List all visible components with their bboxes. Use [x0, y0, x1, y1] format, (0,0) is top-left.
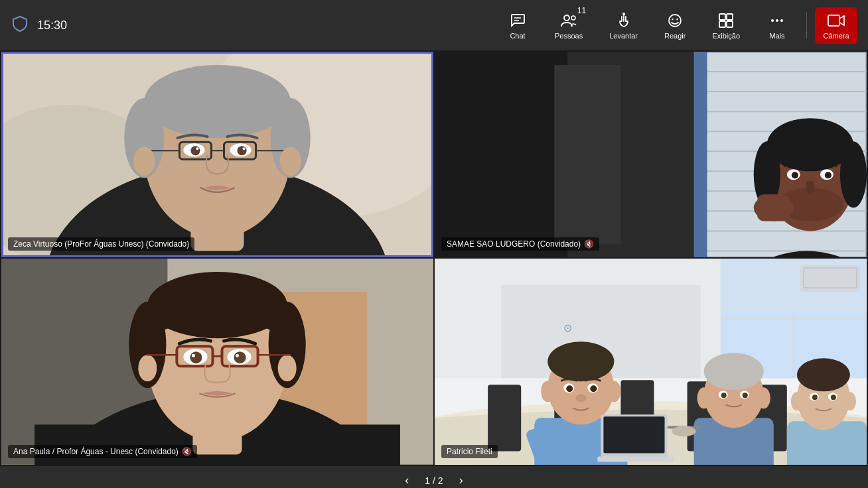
time-display: 15:30 — [37, 19, 67, 32]
participant-name-samae: SAMAE SAO LUDGERO (Convidado) — [447, 239, 581, 249]
participant-name-patricio: Patricio Fileti — [447, 447, 492, 456]
svg-point-77 — [138, 355, 157, 382]
exibicao-icon — [717, 11, 735, 30]
svg-point-5 — [669, 15, 681, 27]
svg-point-78 — [278, 355, 297, 382]
top-bar: 15:30 Chat 11 — [0, 0, 868, 50]
participant-name-zeca: Zeca Virtuoso (ProFor Águas Unesc) (Conv… — [13, 239, 189, 249]
exibicao-button[interactable]: Exibição — [701, 7, 751, 44]
exibicao-label: Exibição — [712, 32, 740, 40]
svg-point-142 — [831, 395, 836, 400]
svg-point-137 — [791, 393, 803, 411]
svg-point-127 — [697, 388, 711, 409]
svg-point-132 — [743, 393, 748, 398]
video-feed-zeca — [1, 52, 433, 257]
svg-point-118 — [575, 395, 586, 402]
svg-point-36 — [133, 147, 155, 176]
levantar-button[interactable]: Levantar — [599, 7, 648, 44]
svg-point-126 — [704, 353, 764, 391]
svg-point-14 — [780, 19, 783, 22]
levantar-icon — [615, 11, 633, 30]
svg-point-63 — [825, 172, 832, 178]
pessoas-badge: 11 — [577, 6, 586, 15]
svg-point-128 — [757, 388, 770, 409]
svg-rect-65 — [757, 194, 790, 221]
svg-point-30 — [243, 147, 246, 150]
svg-rect-15 — [828, 15, 839, 26]
svg-point-27 — [190, 146, 200, 155]
levantar-label: Levantar — [609, 32, 638, 40]
page-total: 2 — [438, 475, 443, 486]
mais-button[interactable]: Mais — [756, 7, 798, 44]
svg-rect-9 — [727, 14, 733, 20]
pessoas-button[interactable]: 11 Pessoas — [544, 7, 593, 44]
video-feed-ana — [1, 259, 433, 464]
svg-rect-121 — [603, 417, 664, 454]
video-cell-zeca: Zeca Virtuoso (ProFor Águas Unesc) (Conv… — [1, 52, 433, 257]
svg-point-82 — [234, 352, 246, 364]
chat-label: Chat — [510, 32, 525, 40]
svg-point-131 — [721, 393, 727, 398]
svg-rect-39 — [435, 52, 567, 257]
svg-rect-103 — [488, 385, 521, 452]
video-cell-samae: SAMAE SAO LUDGERO (Convidado) 🔇 — [435, 52, 867, 257]
svg-point-29 — [196, 147, 198, 150]
svg-point-112 — [541, 381, 554, 402]
video-cell-patricio: ⊙ — [435, 259, 867, 464]
video-cell-ana: Ana Paula / Profor Águas - Unesc (Convid… — [1, 259, 433, 464]
svg-point-117 — [590, 386, 597, 393]
camera-icon — [827, 11, 845, 30]
svg-point-84 — [236, 354, 239, 357]
svg-point-138 — [844, 393, 856, 411]
svg-rect-10 — [719, 21, 725, 27]
page-separator: / — [433, 475, 435, 486]
video-feed-samae — [435, 52, 867, 257]
svg-point-62 — [792, 172, 798, 178]
reagir-label: Reagir — [664, 32, 686, 40]
camera-button[interactable]: Câmera — [815, 7, 857, 44]
camera-label: Câmera — [823, 32, 849, 40]
svg-rect-8 — [719, 14, 725, 20]
svg-point-56 — [767, 118, 853, 171]
svg-point-81 — [190, 352, 202, 364]
svg-point-141 — [812, 395, 818, 400]
video-grid: Zeca Virtuoso (ProFor Águas Unesc) (Conv… — [0, 50, 868, 466]
svg-rect-53 — [694, 52, 707, 257]
mais-label: Mais — [769, 32, 784, 40]
svg-point-2 — [564, 15, 569, 21]
divider — [806, 12, 807, 38]
svg-text:⊙: ⊙ — [563, 322, 572, 334]
shield-icon — [11, 15, 29, 36]
svg-point-144 — [672, 426, 696, 437]
pagination-info: 1 / 2 — [425, 475, 443, 486]
top-bar-left: 15:30 — [11, 15, 67, 36]
prev-icon: ‹ — [405, 473, 409, 487]
chat-button[interactable]: Chat — [496, 7, 539, 44]
svg-rect-11 — [727, 21, 733, 27]
top-bar-controls: Chat 11 Pessoas Le — [496, 7, 857, 44]
svg-point-111 — [547, 342, 614, 382]
svg-point-28 — [238, 146, 247, 155]
svg-point-113 — [607, 381, 620, 402]
next-page-button[interactable]: › — [454, 471, 469, 488]
participant-name-ana: Ana Paula / Profor Águas - Unesc (Convid… — [13, 447, 179, 456]
svg-point-37 — [280, 147, 301, 176]
svg-point-13 — [776, 19, 778, 22]
mic-off-icon-samae: 🔇 — [584, 239, 594, 249]
mais-icon — [768, 11, 786, 30]
svg-rect-40 — [554, 65, 620, 244]
mic-off-icon-ana: 🔇 — [182, 447, 192, 456]
prev-page-button[interactable]: ‹ — [399, 471, 414, 488]
svg-point-58 — [840, 141, 867, 208]
participant-label-ana: Ana Paula / Profor Águas - Unesc (Convid… — [8, 445, 197, 458]
svg-point-4 — [622, 13, 625, 15]
svg-point-3 — [571, 16, 575, 20]
pessoas-label: Pessoas — [555, 32, 583, 40]
chat-icon — [508, 11, 527, 30]
participant-label-patricio: Patricio Fileti — [441, 445, 498, 458]
page-current: 1 — [425, 475, 430, 486]
svg-point-136 — [797, 359, 850, 392]
participant-label-zeca: Zeca Virtuoso (ProFor Águas Unesc) (Conv… — [8, 237, 194, 251]
reagir-button[interactable]: Reagir — [654, 7, 696, 44]
reagir-icon — [666, 11, 684, 30]
